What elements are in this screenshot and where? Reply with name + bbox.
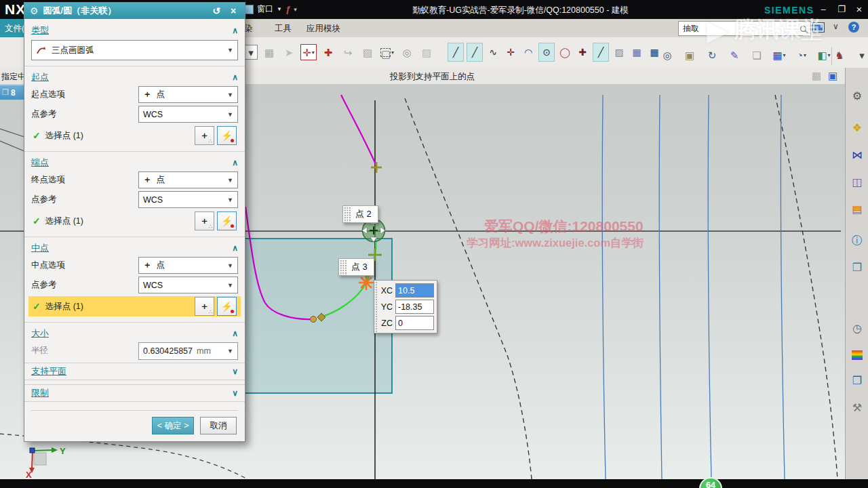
drag-grip-icon[interactable] (339, 259, 347, 275)
point1-cross-marker[interactable] (371, 162, 382, 173)
menu-application-modules[interactable]: 应用模块 (307, 23, 340, 35)
grid-display-icon[interactable]: ▦▾ (771, 46, 787, 65)
collapse-caret-icon[interactable]: ∧ (232, 329, 238, 338)
snap-point-on-curve-icon[interactable]: ╱ (593, 43, 609, 62)
window-menu-button[interactable]: 窗口 (257, 3, 273, 15)
snap-intersection-icon[interactable]: ✛ (503, 43, 518, 61)
window-menu-caret-icon[interactable]: ▼ (277, 6, 282, 12)
cube-gear-icon[interactable]: ▧ (359, 43, 376, 62)
zc-input[interactable]: 0 (395, 316, 434, 330)
snap-point-icon[interactable]: ✚ (575, 43, 590, 61)
cube-shaded-icon[interactable]: ▨ (418, 43, 435, 62)
render-window-icon[interactable]: ▣ (682, 46, 698, 65)
collapse-caret-icon[interactable]: ∧ (232, 243, 238, 253)
point3-label-tag[interactable]: 点 3 (338, 258, 374, 276)
dynamic-move-icon[interactable]: ✚ (320, 43, 336, 62)
snap-quadrant-icon[interactable]: ◠ (521, 43, 536, 61)
web-help-icon[interactable]: ⓘ (849, 232, 865, 249)
menu-tools[interactable]: 工具 (275, 23, 292, 35)
mid-option-dropdown[interactable]: ＋ 点 ▼ (138, 257, 238, 274)
ribbon-collapse-chevron-icon[interactable]: ∨ (833, 22, 839, 31)
end-point-section-header[interactable]: 端点 ∧ (31, 155, 238, 170)
snap-curve-icon[interactable]: ∿ (486, 43, 500, 61)
customize-quick-access-icon[interactable]: ƒ (285, 4, 290, 14)
close-button[interactable]: × (852, 3, 867, 15)
zoom-window-icon[interactable]: ◎ (659, 46, 675, 65)
refresh-view-icon[interactable]: ↻ (704, 46, 720, 65)
snap-endpoint-icon[interactable]: ╱ (448, 43, 464, 62)
limits-section-header[interactable]: 限制 ∨ (24, 384, 245, 402)
dialog-gear-icon[interactable]: ⚙ (30, 5, 39, 16)
collapse-caret-icon[interactable]: ∧ (232, 158, 238, 167)
snap-point-button[interactable]: ⚡ (217, 211, 237, 230)
fit-view-icon[interactable]: ▣ (828, 70, 837, 82)
expand-caret-icon[interactable]: ∨ (232, 388, 238, 398)
snap-circle-icon[interactable]: ◯ (557, 43, 572, 61)
end-option-dropdown[interactable]: ＋ 点 ▼ (138, 171, 238, 188)
part-navigator-icon[interactable]: ◫ (849, 174, 865, 190)
select-rectangle-icon[interactable]: ▢▾ (379, 43, 395, 62)
arc-circle-dialog[interactable]: ⚙ 圆弧/圆（非关联） ↺ × 类型 ∧ 三点画圆弧 ▼ 起点 ∧ (24, 2, 245, 442)
xc-input[interactable]: 10.5 (395, 283, 434, 298)
restore-button[interactable]: ❐ (834, 3, 849, 15)
help-icon[interactable]: ? (848, 22, 859, 33)
start-select-point-row[interactable]: ✓ 选择点 (1) ＋∴ ⚡ (31, 125, 238, 146)
magenta-curve-top[interactable] (341, 95, 376, 166)
sketch-bird-icon[interactable]: ♞ (831, 46, 848, 65)
assembly-navigator-icon[interactable]: ❖ (849, 120, 865, 136)
customize-tools-icon[interactable]: ⚒ (849, 400, 865, 416)
mid-point-section-header[interactable]: 中点 ∧ (31, 241, 238, 256)
drag-grip-icon[interactable] (343, 206, 351, 222)
radius-input[interactable]: 0.630425857 mm ▼ (138, 342, 238, 360)
blue-section-curve-3[interactable] (708, 95, 711, 479)
ribbon-more-dropdown[interactable]: ▾ (244, 45, 258, 60)
drag-handle-icon[interactable]: ➤ (281, 43, 297, 62)
annotate-pen-icon[interactable]: ✎ (726, 46, 743, 65)
point-tool-icon[interactable]: ✛▾ (300, 44, 317, 60)
size-section-header[interactable]: 大小 ∧ (31, 326, 238, 341)
dialog-close-icon[interactable]: × (227, 5, 239, 16)
midpoint-star-marker[interactable] (359, 276, 373, 289)
coordinate-entry-panel[interactable]: XC 10.5 YC -18.35 ZC 0 (374, 280, 437, 333)
blue-section-curve-2[interactable] (659, 95, 662, 479)
mid-reference-dropdown[interactable]: WCS ▼ (138, 277, 238, 293)
history-icon[interactable]: ◷ (849, 321, 865, 337)
start-reference-dropdown[interactable]: WCS ▼ (138, 106, 238, 123)
collapse-caret-icon[interactable]: ∧ (232, 73, 238, 82)
end-select-point-row[interactable]: ✓ 选择点 (1) ＋∴ ⚡ (31, 211, 238, 231)
point-dialog-button[interactable]: ＋∴ (195, 126, 214, 145)
point-dialog-button[interactable]: ＋∴ (195, 211, 214, 230)
sphere-tool-icon[interactable]: ◎ (399, 43, 415, 62)
start-point-section-header[interactable]: 起点 ∧ (31, 70, 238, 85)
point-dialog-button[interactable]: ＋∴ (195, 297, 214, 316)
point2-label-tag[interactable]: 点 2 (342, 205, 378, 223)
clipboard-tool-icon[interactable]: ❏ (749, 46, 765, 65)
end-reference-dropdown[interactable]: WCS ▼ (138, 191, 238, 208)
blue-section-curve-4[interactable] (781, 95, 785, 479)
pattern-feature-icon[interactable]: ▦ (261, 43, 277, 62)
ok-button[interactable]: < 确定 > (152, 417, 194, 434)
arc-type-dropdown[interactable]: 三点画圆弧 ▼ (31, 40, 238, 60)
mid-select-point-row-active[interactable]: ✓ 选择点 (1) ＋∴ ⚡ (28, 296, 241, 317)
cancel-button[interactable]: 取消 (200, 417, 237, 434)
snap-midpoint-icon[interactable]: ╱ (467, 43, 483, 62)
dialog-title-bar[interactable]: ⚙ 圆弧/圆（非关联） ↺ × (24, 3, 245, 19)
snap-point-button[interactable]: ⚡ (217, 126, 237, 145)
dashed-curve-right[interactable] (775, 95, 837, 479)
quick-access-caret-icon[interactable]: ▾ (294, 6, 297, 13)
blue-section-curve-1[interactable] (602, 95, 606, 479)
handle-tool-icon[interactable]: ↪ (340, 43, 356, 62)
ribbon-more-right-dropdown[interactable]: ▾ (854, 46, 868, 65)
system-materials-icon[interactable]: █ (849, 347, 865, 363)
type-section-header[interactable]: 类型 ∧ (31, 23, 238, 38)
support-plane-section-header[interactable]: 支持平面 ∨ (24, 363, 245, 380)
grid-toggle-icon[interactable]: ▦ (812, 70, 821, 82)
reuse-library-icon[interactable]: ▤ (849, 201, 865, 218)
snap-facet-icon[interactable]: ▦ (629, 43, 644, 61)
section-view-icon[interactable]: ◔▾ (793, 46, 810, 65)
snap-point-button[interactable]: ⚡ (217, 297, 237, 316)
visual-reports-icon[interactable]: ❐ (849, 373, 865, 389)
gold-point-marker[interactable] (311, 317, 317, 323)
preferences-gear-icon[interactable]: ⚙ (849, 88, 865, 104)
yc-input[interactable]: -18.35 (395, 300, 434, 314)
